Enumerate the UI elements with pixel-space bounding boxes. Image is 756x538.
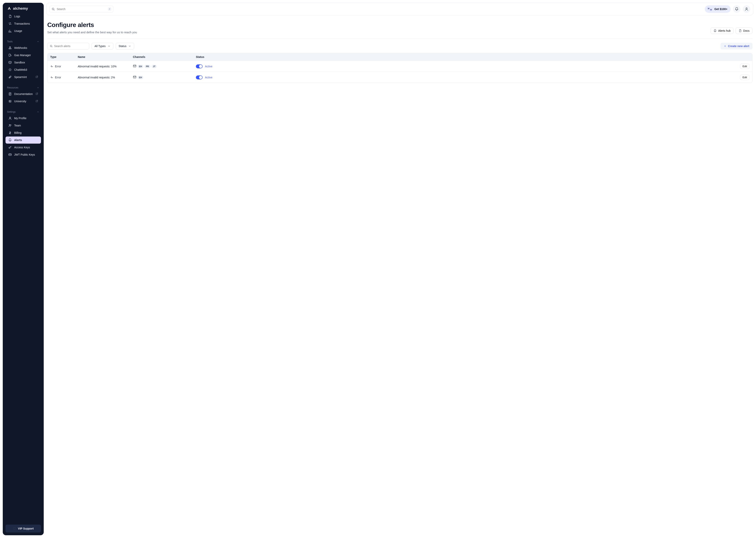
search-icon [52,8,55,11]
leaf-icon [8,75,12,79]
sidebar-item-label: Webhooks [14,46,27,49]
docs-button[interactable]: Docs [735,27,752,34]
svg-point-1 [11,48,11,49]
sidebar-item-alerts[interactable]: Alerts [6,136,41,144]
cell-channels: EH [133,75,196,80]
search-icon [50,44,53,48]
alerts-search[interactable] [47,43,89,49]
filter-row: All Types Status Create new alert [47,39,752,53]
table-row: ErrorAbnormal invalid requests: 2%EHActi… [47,72,752,83]
plus-icon [724,45,727,47]
sidebar-item-label: Alerts [14,138,22,142]
svg-point-7 [9,125,10,126]
chat-icon [13,527,16,530]
channel-chip: PR [145,65,150,68]
edit-button[interactable]: Edit [740,64,749,69]
page-header-actions: Alerts hub Docs [711,27,752,34]
external-link-icon [35,76,38,79]
webhook-icon [8,46,12,50]
sidebar-item-label: Sandbox [14,61,25,64]
section-header-tools[interactable]: Tools [4,38,42,44]
sidebar-item-label: Access Keys [14,146,30,149]
table-column-header: Channels [133,55,196,59]
sidebar-item-chatweb3[interactable]: ChatWeb3 [6,66,41,73]
fuel-icon [8,53,12,57]
svg-rect-3 [9,54,11,56]
section-title: Tools [7,40,13,43]
table-column-header: Name [78,55,133,59]
svg-point-12 [746,8,747,9]
sidebar-item-my profile[interactable]: My Profile [6,115,41,122]
sidebar-item-spearmint[interactable]: Spearmint [6,74,41,81]
global-search[interactable]: / [49,6,114,12]
mail-icon [133,64,136,68]
sidebar: alchemy AnalyticsLogsTransactionsUsageTo… [3,3,44,535]
svg-rect-5 [9,100,11,102]
sidebar-item-label: University [14,100,26,103]
edit-button[interactable]: Edit [740,75,749,80]
cell-name: Abnormal invalid requests: 10% [78,65,133,68]
sidebar-nav: AnalyticsLogsTransactionsUsageToolsWebho… [4,13,42,523]
section-title: Resources [7,86,18,89]
global-search-input[interactable] [57,8,106,11]
svg-point-0 [9,48,10,49]
sparkle-icon [8,68,12,72]
topbar: / •••• Get $100+ [46,3,753,15]
create-alert-button[interactable]: Create new alert [721,43,752,49]
notifications-button[interactable] [733,5,740,13]
account-button[interactable] [743,5,750,13]
sidebar-item-gas manager[interactable]: Gas Manager [6,52,41,59]
brand-logo[interactable]: alchemy [4,6,42,11]
sidebar-item-team[interactable]: Team [6,122,41,129]
sidebar-item-webhooks[interactable]: Webhooks [6,44,41,51]
pulse-icon [50,76,53,79]
sidebar-item-transactions[interactable]: Transactions [6,20,41,27]
card-icon [8,153,12,156]
sidebar-item-university[interactable]: University [6,98,41,105]
filter-types-dropdown[interactable]: All Types [92,43,114,49]
table-column-header [732,55,749,59]
channel-chip: EH [138,65,143,68]
vip-support-button[interactable]: VIP Support [6,525,41,532]
sidebar-item-billing[interactable]: Billing [6,129,41,136]
sidebar-item-usage[interactable]: Usage [6,27,41,34]
sidebar-item-label: Documentation [14,92,33,95]
status-toggle[interactable] [196,64,203,68]
alerts-hub-button[interactable]: Alerts hub [711,27,733,34]
bell-outline-icon [714,29,717,32]
status-label: Active [205,76,213,79]
filter-types-label: All Types [95,44,106,48]
sidebar-item-documentation[interactable]: Documentation [6,90,41,97]
mail-icon [133,75,136,80]
external-link-icon [35,100,38,103]
sidebar-item-sandbox[interactable]: Sandbox [6,59,41,66]
sidebar-item-access keys[interactable]: Access Keys [6,144,41,151]
alerts-search-input[interactable] [54,44,87,48]
create-alert-label: Create new alert [728,44,749,48]
sidebar-item-label: Spearmint [14,76,27,79]
sidebar-item-label: Gas Manager [14,54,31,57]
chevron-up [37,40,39,43]
dollar-icon [8,131,12,134]
ext-icon [35,92,38,95]
sidebar-item-jwt public keys[interactable]: JWT Public Keys [6,151,41,158]
bell-icon [735,7,739,11]
docs-label: Docs [743,29,749,32]
status-toggle[interactable] [196,76,203,80]
file-icon [8,15,12,18]
sidebar-item-label: Billing [14,131,22,134]
filter-status-dropdown[interactable]: Status [116,43,134,49]
channel-chip: EH [138,76,143,79]
box-icon [8,61,12,64]
sidebar-item-label: ChatWeb3 [14,68,27,71]
table-header: TypeNameChannelsStatus [47,53,752,61]
sidebar-item-label: Logs [14,15,20,18]
sidebar-item-label: Team [14,124,21,127]
users-icon [8,124,12,127]
section-header-resources[interactable]: Resources [4,84,42,90]
section-header-settings[interactable]: Settings [4,109,42,114]
sidebar-item-logs[interactable]: Logs [6,13,41,20]
cell-status: Active [196,76,732,80]
chevron-up [37,111,39,113]
promo-pill[interactable]: •••• Get $100+ [705,5,731,13]
